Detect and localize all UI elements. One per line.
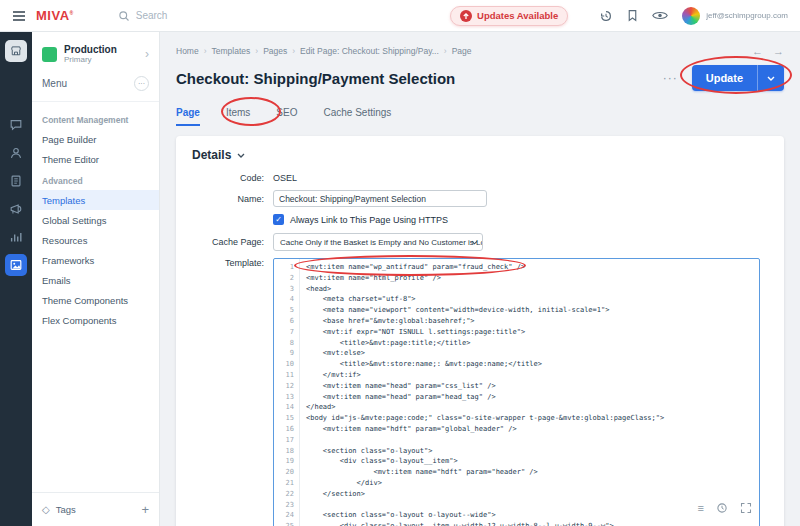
rail-item-customers[interactable] xyxy=(5,142,27,164)
divider xyxy=(32,101,159,102)
editor-line-numbers: 1234567891011121314151617181920212223242… xyxy=(274,259,300,526)
main-content: Home › Templates › Pages › Edit Page: Ch… xyxy=(160,32,800,526)
sidebar-item-theme-components[interactable]: Theme Components xyxy=(32,290,159,310)
update-button[interactable]: Update xyxy=(692,65,784,91)
store-logo[interactable] xyxy=(5,40,27,62)
rail-item-marketing[interactable] xyxy=(5,198,27,220)
cache-page-select[interactable]: Cache Only if the Basket is Empty and No… xyxy=(273,233,483,251)
sidebar-item-resources[interactable]: Resources xyxy=(32,230,159,250)
code-value: OSEL xyxy=(273,173,297,183)
icon-rail xyxy=(0,32,32,526)
chevron-down-icon xyxy=(237,153,245,158)
sidebar-item-flex-components[interactable]: Flex Components xyxy=(32,310,159,330)
updates-available-badge[interactable]: Updates Available xyxy=(450,6,568,26)
megaphone-icon xyxy=(9,202,23,216)
storefront-icon xyxy=(10,45,22,57)
add-tag-button[interactable]: + xyxy=(141,502,149,517)
tab-seo[interactable]: SEO xyxy=(276,107,297,126)
registered-mark: ® xyxy=(70,10,74,16)
breadcrumb-separator: › xyxy=(255,46,258,56)
template-editor[interactable]: 1234567891011121314151617181920212223242… xyxy=(273,258,760,526)
tab-page[interactable]: Page xyxy=(176,107,200,126)
hamburger-menu-icon[interactable] xyxy=(12,10,26,22)
store-subtitle: Primary xyxy=(64,55,117,64)
details-section-toggle[interactable]: Details xyxy=(192,148,768,162)
sidebar-item-page-builder[interactable]: Page Builder xyxy=(32,129,159,149)
tab-bar: Page Items SEO Cache Settings xyxy=(160,91,800,126)
wrap-lines-icon[interactable]: ≡ xyxy=(698,502,704,514)
breadcrumb-page[interactable]: Page xyxy=(452,46,472,56)
breadcrumb-edit-page[interactable]: Edit Page: Checkout: Shipping/Pay... xyxy=(300,46,439,56)
details-card: Details Code: OSEL Name: ✓ Always Link t… xyxy=(176,136,784,526)
store-selector[interactable]: Production Primary › xyxy=(32,40,159,68)
sidebar-item-emails[interactable]: Emails xyxy=(32,270,159,290)
rail-item-messages[interactable] xyxy=(5,114,27,136)
chevron-down-icon xyxy=(767,76,775,81)
person-icon xyxy=(9,146,23,160)
avatar[interactable] xyxy=(682,7,700,25)
code-label: Code: xyxy=(192,173,264,183)
breadcrumb-separator: › xyxy=(444,46,447,56)
page-title: Checkout: Shipping/Payment Selection xyxy=(176,70,455,87)
https-checkbox-label: Always Link to This Page Using HTTPS xyxy=(290,215,448,225)
rail-item-content[interactable] xyxy=(5,254,27,276)
expand-icon[interactable] xyxy=(740,502,752,514)
code-lines[interactable]: <mvt:item name="wp_antifraud" param="fra… xyxy=(300,259,759,526)
clipboard-icon xyxy=(9,174,23,188)
search-box[interactable] xyxy=(118,10,256,22)
nav-section-content-management: Content Management xyxy=(32,108,159,129)
chat-icon xyxy=(9,118,23,132)
search-icon xyxy=(118,10,130,22)
chevron-right-icon: › xyxy=(145,47,149,61)
rail-item-orders[interactable] xyxy=(5,170,27,192)
sidebar: Production Primary › Menu ··· Content Ma… xyxy=(32,32,160,526)
update-button-label: Update xyxy=(692,72,757,84)
menu-label: Menu xyxy=(42,78,67,89)
store-color-icon xyxy=(42,47,57,62)
search-input[interactable] xyxy=(136,10,256,21)
preview-eye-icon[interactable] xyxy=(652,10,668,21)
store-name: Production xyxy=(64,44,117,55)
breadcrumb-separator: › xyxy=(204,46,207,56)
image-icon xyxy=(9,258,23,272)
cache-page-label: Cache Page: xyxy=(192,237,264,247)
breadcrumb-home[interactable]: Home xyxy=(176,46,199,56)
bookmark-icon[interactable] xyxy=(626,9,639,22)
cache-page-selected-value: Cache Only if the Basket is Empty and No… xyxy=(280,238,483,247)
menu-more-button[interactable]: ··· xyxy=(134,76,149,91)
history-icon[interactable] xyxy=(599,9,613,23)
sidebar-item-templates[interactable]: Templates xyxy=(32,190,159,210)
miva-logo[interactable]: MIVA® xyxy=(36,8,74,23)
updates-badge-label: Updates Available xyxy=(477,10,558,21)
tags-label: Tags xyxy=(56,504,76,515)
sidebar-item-global-settings[interactable]: Global Settings xyxy=(32,210,159,230)
topbar: MIVA® Updates Available jeff@schimpgroup… xyxy=(0,0,800,32)
template-label: Template: xyxy=(192,258,264,268)
breadcrumb-separator: › xyxy=(292,46,295,56)
tab-cache-settings[interactable]: Cache Settings xyxy=(323,107,391,126)
rail-item-reports[interactable] xyxy=(5,226,27,248)
tag-icon: ◇ xyxy=(42,504,50,515)
next-record-arrow[interactable]: → xyxy=(773,45,784,57)
breadcrumb-pages[interactable]: Pages xyxy=(263,46,287,56)
editor-toolbar: ≡ xyxy=(698,502,752,514)
nav-section-advanced: Advanced xyxy=(32,169,159,190)
editor-history-icon[interactable] xyxy=(716,502,728,514)
breadcrumb-templates[interactable]: Templates xyxy=(212,46,251,56)
update-dropdown-caret[interactable] xyxy=(758,76,784,81)
chevron-down-icon xyxy=(471,240,478,245)
more-actions-button[interactable]: ··· xyxy=(663,71,678,85)
account-email[interactable]: jeff@schimpgroup.com xyxy=(706,11,788,20)
tab-items[interactable]: Items xyxy=(226,107,250,126)
tags-footer[interactable]: ◇ Tags + xyxy=(32,492,159,526)
breadcrumb: Home › Templates › Pages › Edit Page: Ch… xyxy=(160,32,800,57)
prev-record-arrow[interactable]: ← xyxy=(752,45,763,57)
update-icon xyxy=(460,10,472,22)
details-section-title: Details xyxy=(192,148,231,162)
sidebar-item-theme-editor[interactable]: Theme Editor xyxy=(32,149,159,169)
name-label: Name: xyxy=(192,194,264,204)
sidebar-item-frameworks[interactable]: Frameworks xyxy=(32,250,159,270)
name-input[interactable] xyxy=(273,190,487,207)
bar-chart-icon xyxy=(9,230,23,244)
https-checkbox[interactable]: ✓ xyxy=(273,214,284,225)
